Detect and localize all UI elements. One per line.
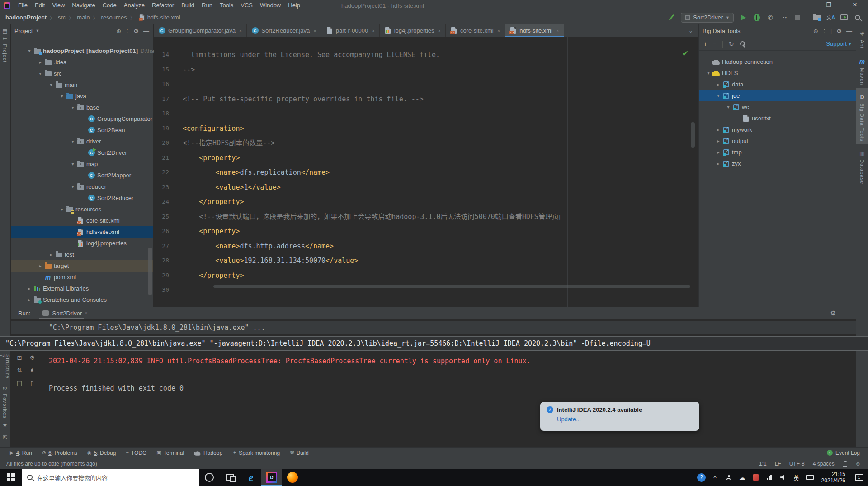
pin-icon[interactable]: ⇱: [3, 434, 7, 441]
tree-item-src[interactable]: ▾src: [11, 68, 153, 79]
menu-analyze[interactable]: Analyze: [120, 0, 148, 11]
close-button[interactable]: ✕: [842, 0, 868, 11]
collapse-all-icon[interactable]: ÷: [126, 28, 129, 34]
menu-build[interactable]: Build: [178, 0, 198, 11]
tree-item-pom-xml[interactable]: mpom.xml: [11, 272, 153, 283]
breadcrumb-project[interactable]: hadoopProject: [5, 14, 47, 21]
tree-item-test[interactable]: ▸test: [11, 249, 153, 260]
close-icon[interactable]: ×: [438, 28, 441, 33]
tree-item-tmp[interactable]: ▸tmp: [699, 147, 856, 158]
help-tray-button[interactable]: ?: [695, 473, 708, 482]
stop-button[interactable]: [793, 14, 802, 22]
breadcrumb-main[interactable]: main: [77, 14, 90, 21]
tree-item-scratches[interactable]: ▸Scratches and Consoles: [11, 294, 153, 305]
code-editor[interactable]: 14 limitations under the License. See ac…: [154, 37, 698, 307]
readonly-lock-icon[interactable]: [843, 463, 847, 467]
coverage-button[interactable]: ✆: [766, 14, 774, 22]
stripe-ant-button[interactable]: ✳ Ant: [856, 24, 868, 52]
profiler-button[interactable]: ◔▾: [780, 14, 788, 22]
line-ending[interactable]: LF: [775, 461, 781, 467]
hide-panel-icon[interactable]: —: [846, 28, 852, 34]
menu-vcs[interactable]: VCS: [237, 0, 256, 11]
collapse-all-icon[interactable]: ÷: [823, 28, 826, 34]
menu-view[interactable]: View: [48, 0, 68, 11]
tree-item-output[interactable]: ▸output: [699, 135, 856, 147]
tree-item-log4j-properties[interactable]: log4j.properties: [11, 238, 153, 249]
toolbar-problems-button[interactable]: ⊘6: Problems: [42, 450, 77, 456]
intellij-taskbar-button[interactable]: IJ: [261, 469, 282, 486]
breadcrumb-resources[interactable]: resources: [101, 14, 127, 21]
hector-inspector-icon[interactable]: ☺: [855, 461, 861, 467]
task-view-button[interactable]: [220, 469, 241, 486]
stripe-maven-button[interactable]: m Maven: [856, 52, 868, 88]
taskbar-search-box[interactable]: 在这里输入你要搜索的内容: [22, 469, 199, 486]
start-button[interactable]: [0, 469, 22, 486]
menu-file[interactable]: File: [14, 0, 31, 11]
tree-item-sort2reducer[interactable]: CSort2Reducer: [11, 192, 153, 204]
settings-gear-icon[interactable]: ⚙: [830, 310, 836, 317]
hidden-tabs-chevron-icon[interactable]: ⌄: [683, 28, 698, 34]
hide-panel-icon[interactable]: —: [143, 28, 149, 34]
locate-icon[interactable]: ⊕: [813, 28, 818, 34]
event-log-button[interactable]: 1 Event Log: [827, 450, 860, 456]
inspections-ok-check-icon[interactable]: ✔: [682, 49, 689, 58]
cortana-button[interactable]: [199, 469, 220, 486]
tree-item-mywork[interactable]: ▸mywork: [699, 124, 856, 135]
project-view-select[interactable]: Project: [14, 28, 33, 34]
close-icon[interactable]: ×: [313, 28, 316, 33]
toolbar-spark-button[interactable]: ✦Spark monitoring: [232, 450, 280, 456]
toolbar-run-button[interactable]: ▶4: Run: [10, 450, 32, 456]
favorites-star-icon[interactable]: ★: [3, 422, 8, 428]
remove-connection-button[interactable]: −: [712, 40, 716, 48]
caret-position[interactable]: 1:1: [759, 461, 767, 467]
close-icon[interactable]: ×: [497, 28, 500, 33]
breadcrumb-file[interactable]: hdfs-site.xml: [147, 14, 180, 21]
edge-button[interactable]: e: [241, 469, 261, 486]
minimize-button[interactable]: —: [789, 0, 816, 11]
refresh-icon[interactable]: ↻: [729, 40, 734, 48]
onedrive-cloud-icon[interactable]: ☁: [736, 474, 749, 481]
user-tray-icon[interactable]: [722, 475, 736, 480]
close-icon[interactable]: ×: [239, 28, 242, 33]
toolbar-debug-button[interactable]: ◉5: Debug: [87, 450, 116, 456]
menu-window[interactable]: Window: [256, 0, 284, 11]
wrench-settings-icon[interactable]: [740, 41, 745, 47]
settings-gear-icon[interactable]: ⚙: [836, 28, 842, 34]
network-icon[interactable]: [763, 475, 776, 480]
support-menu[interactable]: Support ▾: [826, 40, 851, 47]
run-button[interactable]: [739, 14, 747, 22]
project-structure-icon[interactable]: [813, 14, 821, 22]
project-stripe-icon[interactable]: ▤: [2, 28, 7, 34]
tree-item-main[interactable]: ▾main: [11, 79, 153, 91]
stripe-structure-button[interactable]: 7: Structure: [0, 354, 10, 381]
toolbar-terminal-button[interactable]: ▣Terminal: [156, 450, 184, 456]
indent-setting[interactable]: 4 spaces: [813, 461, 835, 467]
tree-item-hdfs-site-xml[interactable]: hdfs-site.xml: [11, 226, 153, 238]
project-scrollbar[interactable]: [148, 248, 152, 295]
tree-item-external-libraries[interactable]: ▸External Libraries: [11, 283, 153, 294]
stripe-big-data-tools-button[interactable]: D Big Data Tools: [856, 88, 868, 144]
settings-gear-icon[interactable]: ⚙: [133, 28, 139, 34]
tree-item-map[interactable]: ▾map: [11, 158, 153, 170]
firefox-button[interactable]: [282, 469, 303, 486]
tree-item-hdfs[interactable]: ▾HDFS: [699, 67, 856, 79]
stripe-project-button[interactable]: 1: Project: [2, 37, 8, 62]
taskbar-clock[interactable]: 21:15 2021/4/26: [817, 471, 850, 484]
tree-item-java[interactable]: ▾java: [11, 91, 153, 102]
menu-help[interactable]: Help: [284, 0, 304, 11]
add-connection-button[interactable]: +: [703, 40, 707, 48]
tab-hdfs-site-xml[interactable]: hdfs-site.xml×: [505, 24, 564, 37]
menu-refactor[interactable]: Refactor: [148, 0, 178, 11]
close-icon[interactable]: ×: [372, 28, 374, 33]
debug-button[interactable]: [753, 14, 761, 22]
pencil-icon[interactable]: [667, 14, 675, 22]
maximize-button[interactable]: ❐: [816, 0, 842, 11]
menu-edit[interactable]: Edit: [31, 0, 48, 11]
editor-horizontal-scrollbar[interactable]: [213, 285, 690, 288]
toolbar-todo-button[interactable]: ≡TODO: [126, 450, 146, 456]
toolbar-build-button[interactable]: ⚒Build: [290, 450, 309, 456]
tree-item-data[interactable]: ▸data: [699, 79, 856, 90]
run-anything-icon[interactable]: [840, 14, 848, 22]
tree-item-target[interactable]: ▸target: [11, 260, 153, 272]
search-everywhere-icon[interactable]: [854, 14, 862, 22]
